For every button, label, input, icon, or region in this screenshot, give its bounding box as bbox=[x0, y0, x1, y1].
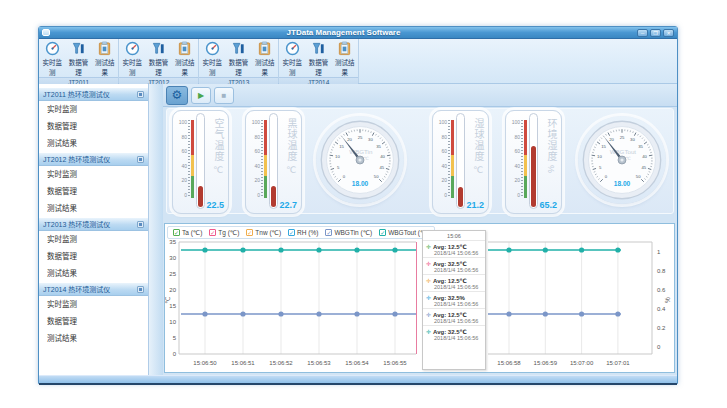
thermo-value: 22.7 bbox=[279, 200, 297, 210]
ribbon-button-results[interactable]: 测试结果 bbox=[92, 41, 117, 77]
stop-button[interactable]: ■ bbox=[214, 87, 234, 104]
checkbox-icon: ✓ bbox=[173, 229, 180, 236]
ribbon-button-label: 测试结果 bbox=[252, 57, 277, 77]
thermo-value: 22.5 bbox=[206, 200, 224, 210]
thermo-tube bbox=[269, 113, 278, 209]
tooltip-avg-value: Avg: 32.5℃ bbox=[433, 260, 467, 267]
legend-checkbox-tnw[interactable]: ✓Tnw (℃) bbox=[246, 229, 281, 237]
sidebar-item-realtime[interactable]: 实时监测 bbox=[39, 231, 148, 248]
tooltip-avg-value: Avg: 12.5℃ bbox=[433, 311, 467, 318]
sidebar-item-results[interactable]: 测试结果 bbox=[39, 200, 148, 217]
sidebar-item-results[interactable]: 测试结果 bbox=[39, 265, 148, 282]
thermo-color-strip bbox=[451, 120, 454, 198]
thermo-scale: 100806040200 bbox=[248, 119, 260, 198]
sidebar-splitter[interactable] bbox=[149, 84, 163, 375]
mercury-fill bbox=[271, 186, 276, 207]
thermo-tickmarks bbox=[188, 120, 190, 198]
svg-text:0.4: 0.4 bbox=[657, 306, 666, 312]
legend-checkbox-rh[interactable]: ✓RH (%) bbox=[288, 229, 318, 236]
gauge-icon bbox=[45, 41, 60, 56]
svg-text:℃: ℃ bbox=[626, 156, 631, 161]
sidebar-panel-header-jt2014[interactable]: JT2014 热环境测试仪 bbox=[39, 282, 148, 296]
tooltip-entry: ✛Avg: 12.5℃2018/1/4 15:06:56 bbox=[423, 308, 485, 325]
ribbon-button-datamgmt[interactable]: 数据管理 bbox=[66, 41, 91, 77]
ribbon-button-realtime[interactable]: 实时监测 bbox=[280, 41, 305, 77]
desktop: JTData Management Software ─ ❐ ✕ 实时监测 数据… bbox=[0, 0, 727, 408]
ribbon-button-label: 数据管理 bbox=[226, 57, 251, 77]
sidebar-item-datamgmt[interactable]: 数据管理 bbox=[39, 183, 148, 200]
legend-checkbox-ta[interactable]: ✓Ta (℃) bbox=[173, 229, 202, 237]
svg-text:30: 30 bbox=[169, 255, 176, 261]
settings-button[interactable]: ⚙ bbox=[166, 86, 188, 105]
thermo-color-strip bbox=[524, 120, 527, 198]
svg-text:15:06:58: 15:06:58 bbox=[497, 360, 521, 366]
sidebar-item-datamgmt[interactable]: 数据管理 bbox=[39, 313, 148, 330]
series-marker-icon: ✛ bbox=[426, 260, 431, 267]
close-button[interactable]: ✕ bbox=[663, 29, 674, 37]
svg-text:15: 15 bbox=[601, 144, 606, 149]
ribbon-button-datamgmt[interactable]: 数据管理 bbox=[306, 41, 331, 77]
ribbon-button-label: 测试结果 bbox=[92, 57, 117, 77]
panel-title: JT2013 热环境测试仪 bbox=[43, 219, 110, 229]
sidebar-item-realtime[interactable]: 实时监测 bbox=[39, 166, 148, 183]
sidebar-item-realtime[interactable]: 实时监测 bbox=[39, 296, 148, 313]
svg-text:45: 45 bbox=[641, 165, 646, 170]
svg-text:15: 15 bbox=[339, 144, 344, 149]
app-window: JTData Management Software ─ ❐ ✕ 实时监测 数据… bbox=[38, 26, 678, 384]
svg-text:0: 0 bbox=[657, 344, 661, 350]
sidebar-item-results[interactable]: 测试结果 bbox=[39, 330, 148, 347]
tooltip-entry: ✛Avg: 32.5%2018/1/4 15:06:56 bbox=[423, 291, 485, 308]
thermo-value: 21.2 bbox=[466, 200, 484, 210]
mercury-fill bbox=[458, 187, 463, 207]
sidebar-panel-header-jt2011[interactable]: JT2011 热环境测试仪 bbox=[39, 87, 148, 101]
panel-collapse-icon[interactable] bbox=[137, 91, 144, 98]
tooltip-avg-value: Avg: 32.5℃ bbox=[433, 328, 467, 335]
thermo-label: 黑球温度℃ bbox=[286, 118, 296, 176]
ribbon-button-realtime[interactable]: 实时监测 bbox=[200, 41, 225, 77]
ribbon-button-label: 数据管理 bbox=[146, 57, 171, 77]
panel-collapse-icon[interactable] bbox=[137, 221, 144, 228]
window-title: JTData Management Software bbox=[50, 28, 637, 37]
tooltip-avg-value: Avg: 32.5% bbox=[433, 295, 465, 301]
legend-checkbox-tg[interactable]: ✓Tg (℃) bbox=[209, 229, 239, 237]
svg-text:18.00: 18.00 bbox=[614, 180, 631, 187]
restore-button[interactable]: ❐ bbox=[650, 29, 661, 37]
sidebar-item-realtime[interactable]: 实时监测 bbox=[39, 101, 148, 118]
titlebar[interactable]: JTData Management Software ─ ❐ ✕ bbox=[39, 27, 677, 39]
ribbon-button-realtime[interactable]: 实时监测 bbox=[120, 41, 145, 77]
ribbon-button-datamgmt[interactable]: 数据管理 bbox=[146, 41, 171, 77]
sidebar-panel-header-jt2012[interactable]: JT2012 热环境测试仪 bbox=[39, 152, 148, 166]
ribbon-button-results[interactable]: 测试结果 bbox=[332, 41, 357, 77]
svg-text:0.8: 0.8 bbox=[657, 268, 666, 274]
panel-collapse-icon[interactable] bbox=[137, 286, 144, 293]
sidebar-item-results[interactable]: 测试结果 bbox=[39, 135, 148, 152]
gauge-icon bbox=[285, 41, 300, 56]
dial-wbgtout: 05101520253035404550WBGTout℃18.00 bbox=[578, 116, 666, 204]
series-marker-icon: ✛ bbox=[426, 328, 431, 335]
thermo-tube bbox=[456, 113, 465, 209]
svg-text:%: % bbox=[664, 297, 671, 303]
sidebar-panel-header-jt2013[interactable]: JT2013 热环境测试仪 bbox=[39, 217, 148, 231]
thermo-scale: 100806040200 bbox=[435, 119, 447, 198]
ribbon-button-realtime[interactable]: 实时监测 bbox=[40, 41, 65, 77]
svg-text:℃: ℃ bbox=[165, 296, 171, 303]
ribbon-button-label: 数据管理 bbox=[66, 57, 91, 77]
panel-collapse-icon[interactable] bbox=[137, 156, 144, 163]
ribbon-button-datamgmt[interactable]: 数据管理 bbox=[226, 41, 251, 77]
checkbox-icon: ✓ bbox=[379, 229, 386, 236]
sidebar-item-datamgmt[interactable]: 数据管理 bbox=[39, 248, 148, 265]
svg-text:15:06:51: 15:06:51 bbox=[231, 360, 255, 366]
thermo-scale: 100806040200 bbox=[175, 119, 187, 198]
play-button[interactable]: ▶ bbox=[191, 87, 211, 104]
ribbon-button-results[interactable]: 测试结果 bbox=[172, 41, 197, 77]
svg-text:25: 25 bbox=[620, 135, 625, 140]
minimize-button[interactable]: ─ bbox=[637, 29, 648, 37]
svg-text:20: 20 bbox=[347, 137, 352, 142]
sidebar-item-datamgmt[interactable]: 数据管理 bbox=[39, 118, 148, 135]
legend-checkbox-wbgtin[interactable]: ✓WBGTin (℃) bbox=[325, 229, 372, 237]
ribbon-button-label: 测试结果 bbox=[332, 57, 357, 77]
line-chart: 3530252015105015:06:5015:06:5115:06:5215… bbox=[165, 224, 676, 374]
ribbon-group-jt2012: 实时监测 数据管理 测试结果 JT2012 bbox=[119, 39, 199, 83]
data-funnel-icon bbox=[71, 41, 86, 56]
ribbon-button-results[interactable]: 测试结果 bbox=[252, 41, 277, 77]
